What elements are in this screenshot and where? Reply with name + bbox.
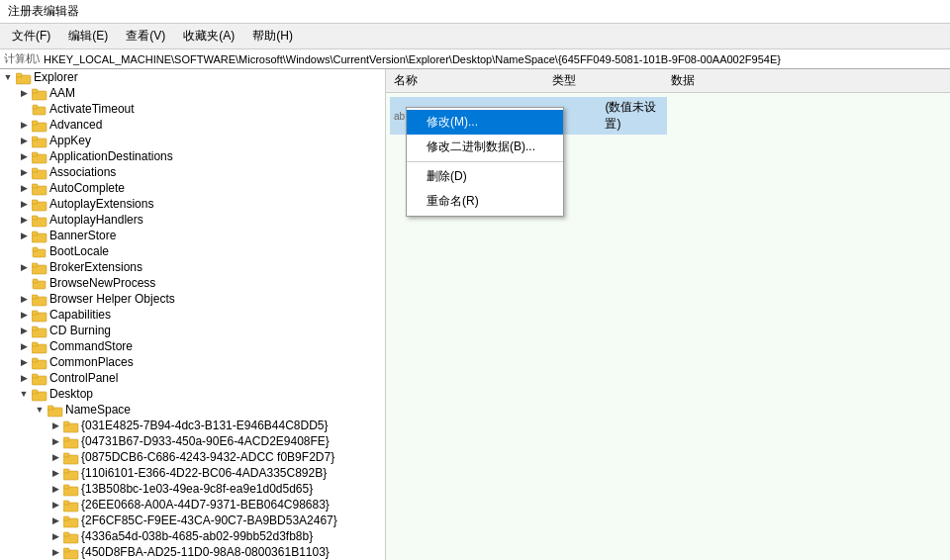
tree-node[interactable]: ▶ CD Burning: [0, 323, 385, 338]
menu-edit[interactable]: 编辑(E): [60, 26, 116, 47]
tree-node[interactable]: ▶ {4336a54d-038b-4685-ab02-99bb52d3fb8b}: [0, 528, 385, 544]
tree-node[interactable]: ▶ {2F6CF85C-F9EE-43CA-90C7-BA9BD53A2467}: [0, 513, 385, 528]
tree-expand-icon[interactable]: ▶: [16, 371, 32, 385]
tree-node[interactable]: ▶ AAM: [0, 85, 385, 101]
menu-view[interactable]: 查看(V): [118, 26, 173, 47]
context-menu-item-rename[interactable]: 重命名(R): [407, 189, 563, 214]
tree-node[interactable]: ▶ Advanced: [0, 117, 385, 133]
tree-expand-icon[interactable]: ▼: [32, 403, 48, 417]
folder-icon: [32, 213, 48, 227]
tree-expand-icon[interactable]: ▶: [16, 134, 32, 147]
tree-node[interactable]: ▶ CommandStore: [0, 338, 385, 354]
tree-expand-icon[interactable]: ▶: [16, 260, 32, 274]
menu-file[interactable]: 文件(F): [4, 26, 58, 47]
folder-icon: [32, 292, 48, 306]
window-title: 注册表编辑器: [8, 3, 79, 20]
tree-node[interactable]: ▶ {26EE0668-A00A-44D7-9371-BEB064C98683}: [0, 497, 385, 513]
svg-rect-15: [32, 184, 38, 188]
context-menu-item-modify[interactable]: 修改(M)...: [407, 110, 563, 135]
tree-expand-icon[interactable]: ▶: [16, 324, 32, 337]
tree-node[interactable]: ActivateTimeout: [0, 101, 385, 117]
tree-expand-icon[interactable]: ▶: [16, 213, 32, 227]
context-menu-item-delete[interactable]: 删除(D): [407, 164, 563, 189]
tree-node[interactable]: ▶ AutoplayExtensions: [0, 196, 385, 212]
tree-expand-icon[interactable]: ▶: [16, 197, 32, 211]
svg-rect-1: [16, 73, 22, 77]
tree-expand-icon[interactable]: ▶: [16, 118, 32, 132]
tree-label: ControlPanel: [49, 371, 118, 385]
tree-label: Associations: [49, 165, 116, 179]
tree-node[interactable]: BootLocale: [0, 243, 385, 259]
tree-node[interactable]: ▶ ApplicationDestinations: [0, 148, 385, 164]
tree-expand-icon[interactable]: ▶: [16, 149, 32, 163]
tree-node[interactable]: ▼ Desktop: [0, 386, 385, 402]
tree-expand-icon[interactable]: ▶: [48, 466, 63, 480]
tree-node[interactable]: ▶ AutoComplete: [0, 180, 385, 196]
tree-node[interactable]: ▶ ControlPanel: [0, 370, 385, 386]
tree-expand-icon[interactable]: ▶: [48, 434, 63, 448]
tree-label: Desktop: [49, 387, 93, 401]
tree-node[interactable]: ▶ BrokerExtensions: [0, 259, 385, 275]
tree-expand-icon[interactable]: ▶: [16, 229, 32, 242]
tree-node[interactable]: ▶ {450D8FBA-AD25-11D0-98A8-0800361B1103}: [0, 544, 385, 560]
tree-expand-icon[interactable]: ▼: [0, 70, 16, 84]
col-header-data: 数据: [667, 71, 946, 90]
menu-help[interactable]: 帮助(H): [244, 26, 301, 47]
tree-label: ApplicationDestinations: [49, 149, 173, 163]
menu-favorites[interactable]: 收藏夹(A): [175, 26, 242, 47]
tree-expand-icon[interactable]: ▶: [16, 355, 32, 369]
folder-icon: [32, 118, 48, 132]
folder-icon: [63, 419, 79, 432]
folder-icon: [32, 229, 48, 242]
tree-expand-icon[interactable]: ▶: [16, 308, 32, 322]
svg-rect-53: [63, 485, 69, 489]
tree-expand-icon[interactable]: ▶: [48, 498, 63, 512]
tree-node[interactable]: ▶ BannerStore: [0, 228, 385, 243]
svg-rect-61: [63, 548, 69, 552]
tree-node[interactable]: ▶ CommonPlaces: [0, 354, 385, 370]
tree-expand-icon[interactable]: ▶: [48, 529, 63, 543]
tree-node[interactable]: ▶ {031E4825-7B94-4dc3-B131-E946B44C8DD5}: [0, 418, 385, 433]
tree-node[interactable]: ▶ {04731B67-D933-450a-90E6-4ACD2E9408FE}: [0, 433, 385, 449]
tree-label: {2F6CF85C-F9EE-43CA-90C7-BA9BD53A2467}: [81, 513, 337, 527]
tree-expand-icon[interactable]: ▶: [48, 482, 63, 496]
tree-expand-icon[interactable]: ▶: [48, 419, 63, 432]
tree-node[interactable]: ▶ Browser Helper Objects: [0, 291, 385, 307]
tree-node[interactable]: ▶ AppKey: [0, 133, 385, 148]
context-menu-item-modify-binary[interactable]: 修改二进制数据(B)...: [407, 135, 563, 159]
context-menu-separator: [407, 161, 563, 162]
tree-expand-icon[interactable]: ▼: [16, 387, 32, 401]
tree-expand-icon[interactable]: ▶: [48, 450, 63, 464]
tree-node[interactable]: ▶ {13B508bc-1e03-49ea-9c8f-ea9e1d0d5d65}: [0, 481, 385, 497]
tree-label: BrokerExtensions: [49, 260, 142, 274]
tree-node[interactable]: ▶ {110i6101-E366-4D22-BC06-4ADA335C892B}: [0, 465, 385, 481]
tree-node[interactable]: ▼ Explorer: [0, 69, 385, 85]
tree-expand-icon[interactable]: ▶: [16, 86, 32, 100]
tree-node[interactable]: ▶ Associations: [0, 164, 385, 180]
tree-node[interactable]: ▼ NameSpace: [0, 402, 385, 418]
folder-icon: [48, 403, 63, 417]
tree-expand-icon[interactable]: ▶: [48, 545, 63, 559]
tree-label: AutoplayExtensions: [49, 197, 153, 211]
tree-label: BannerStore: [49, 229, 116, 242]
tree-node[interactable]: ▶ Capabilities: [0, 307, 385, 323]
tree-node[interactable]: ▶ {0875DCB6-C686-4243-9432-ADCC f0B9F2D7…: [0, 449, 385, 465]
tree-label: Explorer: [34, 70, 78, 84]
tree-panel[interactable]: ▼ Explorer▶ AAM ActivateTimeout▶ Advance…: [0, 69, 386, 560]
tree-expand-icon[interactable]: ▶: [48, 513, 63, 527]
tree-expand-icon[interactable]: ▶: [16, 181, 32, 195]
tree-label: {04731B67-D933-450a-90E6-4ACD2E9408FE}: [81, 434, 330, 448]
tree-label: {13B508bc-1e03-49ea-9c8f-ea9e1d0d5d65}: [81, 482, 313, 496]
tree-node[interactable]: BrowseNewProcess: [0, 275, 385, 291]
folder-icon: [32, 387, 48, 401]
tree-label: CommandStore: [49, 339, 133, 353]
tree-node[interactable]: ▶ AutoplayHandlers: [0, 212, 385, 228]
folder-icon: [63, 466, 79, 480]
svg-rect-43: [48, 406, 53, 410]
svg-rect-49: [63, 453, 69, 457]
tree-expand-icon[interactable]: ▶: [16, 292, 32, 306]
folder-icon: [32, 181, 48, 195]
svg-rect-37: [32, 358, 38, 362]
tree-expand-icon[interactable]: ▶: [16, 165, 32, 179]
tree-expand-icon[interactable]: ▶: [16, 339, 32, 353]
